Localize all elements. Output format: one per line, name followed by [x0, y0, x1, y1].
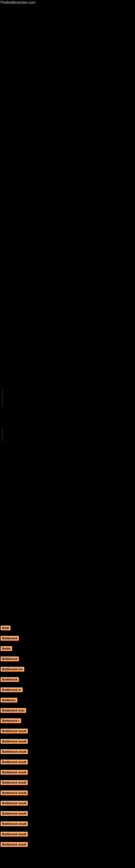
list-item: Bottleneck result: [0, 747, 135, 757]
bottleneck-result-label: Bottl: [1, 625, 10, 630]
list-item: Bottleneck result: [0, 819, 135, 830]
vertical-line-2: [2, 428, 2, 442]
list-item: Bottleneck result: [0, 737, 135, 747]
bottleneck-result-label: Bottleneck result: [1, 832, 28, 837]
list-item: Bottleneck result: [0, 726, 135, 737]
list-item: Bottleneck result: [0, 788, 135, 799]
list-item: Bottleneck result: [0, 757, 135, 768]
bottleneck-result-label: Bottleneck result: [1, 770, 28, 775]
bottleneck-list: BottlBottleneckBottleBottleneckBottlenec…: [0, 623, 135, 850]
list-item: Bottleneck res: [0, 664, 135, 675]
list-item: Bottleneck result: [0, 840, 135, 850]
bottleneck-result-label: Bottleneck result: [1, 749, 28, 754]
bottleneck-result-label: Bottleneck res: [1, 667, 24, 672]
bottleneck-result-label: Bottleneck result: [1, 760, 28, 764]
list-item: Bottlenec: [0, 695, 135, 706]
list-item: Bottleneck result: [0, 778, 135, 788]
list-item: Bottleneck result: [0, 799, 135, 809]
bottleneck-result-label: Bottleneck result: [1, 801, 28, 806]
list-item: Bottleneck result: [0, 809, 135, 819]
list-item: Bottleneck result: [0, 830, 135, 840]
bottleneck-result-label: Bottleneck result: [1, 822, 28, 826]
bottleneck-result-label: Bottleneck: [1, 677, 19, 682]
site-header: TheBottlenecker.com: [0, 0, 135, 5]
bottleneck-result-label: Bottleneck result: [1, 780, 28, 785]
bottleneck-result-label: Bottleneck result: [1, 842, 28, 847]
list-item: Bottleneck resu: [0, 706, 135, 716]
list-item: Bottleneck: [0, 654, 135, 664]
list-item: Bottleneck result: [0, 768, 135, 778]
bottleneck-result-label: Bottleneck r: [1, 718, 21, 723]
list-item: Bottleneck r: [0, 716, 135, 726]
bottleneck-result-label: Bottleneck result: [1, 739, 28, 744]
bottleneck-result-label: Bottleneck: [1, 636, 19, 641]
bottleneck-result-label: Bottleneck result: [1, 811, 28, 816]
list-item: Bottleneck: [0, 675, 135, 685]
bottleneck-result-label: Bottleneck: [1, 656, 19, 661]
bottleneck-result-label: Bottleneck result: [1, 790, 28, 795]
list-item: Bottleneck: [0, 633, 135, 644]
bottleneck-result-label: Bottlenec: [1, 698, 17, 703]
list-item: Bottl: [0, 623, 135, 633]
bottleneck-result-label: Bottleneck resu: [1, 708, 26, 713]
vertical-line-1: [2, 390, 2, 406]
bottleneck-result-label: Bottle: [1, 646, 12, 651]
list-item: Bottle: [0, 644, 135, 654]
bottleneck-result-label: Bottleneck result: [1, 728, 28, 734]
bottleneck-result-label: Bottleneck re: [1, 687, 23, 692]
list-item: Bottleneck re: [0, 685, 135, 695]
chart-area: [0, 5, 135, 623]
